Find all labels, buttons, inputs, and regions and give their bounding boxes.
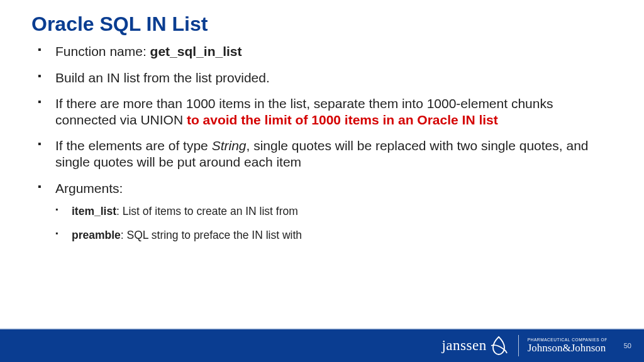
slide-footer: janssen PHARMACEUTICAL COMPANIES OF John… [0,329,644,362]
slide-title: Oracle SQL IN List [0,0,644,42]
bullet-item: If there are more than 1000 items in the… [38,96,606,128]
jnj-logo: PHARMACEUTICAL COMPANIES OF Johnson&John… [528,338,608,354]
janssen-wordmark: janssen [441,337,486,354]
brand-divider [518,335,519,356]
slide: Oracle SQL IN List Function name: get_sq… [0,0,644,362]
sub-bullet-item: item_list: List of items to create an IN… [55,205,606,219]
text: Function name: [55,44,150,58]
janssen-icon [489,335,508,356]
text: Build an IN list from the list provided. [55,70,270,85]
page-number: 50 [624,342,631,349]
text: Arguments: [55,181,123,195]
bullet-item: Function name: get_sql_in_list [38,43,606,60]
bullet-item: If the elements are of type String, sing… [38,138,606,170]
slide-content: Function name: get_sql_in_list Build an … [0,42,644,243]
text-bold: item_list [72,205,116,217]
janssen-logo: janssen [441,335,508,356]
sub-bullet-list: item_list: List of items to create an IN… [55,205,606,243]
bullet-list: Function name: get_sql_in_list Build an … [38,43,606,243]
sub-bullet-item: preamble: SQL string to preface the IN l… [55,229,606,243]
text: : List of items to create an IN list fro… [116,205,298,217]
jnj-script: Johnson&Johnson [528,343,608,353]
text-italic: String [212,138,247,153]
text: : SQL string to preface the IN list with [121,229,302,241]
bullet-item: Build an IN list from the list provided. [38,70,606,86]
bullet-item: Arguments: item_list: List of items to c… [38,180,606,243]
text-red-bold: to avoid the limit of 1000 items in an O… [187,112,498,127]
text-bold: get_sql_in_list [150,44,242,58]
text: If the elements are of type [55,138,212,153]
text-bold: preamble [72,229,121,241]
